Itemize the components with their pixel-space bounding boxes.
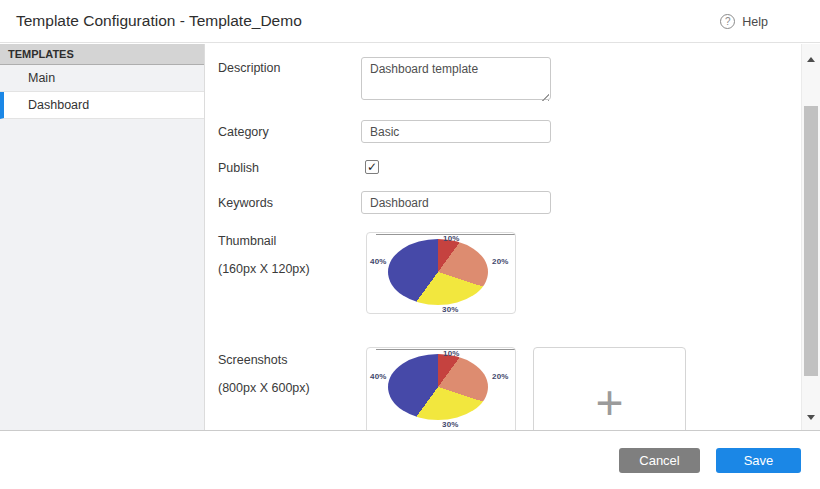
category-input[interactable] xyxy=(361,120,551,143)
thumbnail-image[interactable]: 10% 20% 30% 40% xyxy=(366,232,516,314)
pie-chart-preview: 10% 20% 30% 40% xyxy=(367,348,515,428)
page-title: Template Configuration - Template_Demo xyxy=(0,12,302,30)
plus-icon: + xyxy=(595,379,623,427)
screenshots-size-hint: (800px X 600px) xyxy=(218,381,358,395)
pie-label-10: 10% xyxy=(443,234,460,243)
scroll-down-arrow-icon[interactable] xyxy=(807,415,815,420)
dialog-header: Template Configuration - Template_Demo ?… xyxy=(0,0,820,43)
publish-label: Publish xyxy=(218,160,358,175)
pie-chart xyxy=(388,354,488,420)
screenshot-image[interactable]: 10% 20% 30% 40% xyxy=(366,347,516,430)
dialog-footer: Cancel Save xyxy=(0,430,820,489)
description-textarea[interactable]: Dashboard template xyxy=(361,57,551,100)
description-label: Description xyxy=(218,57,358,75)
pie-label-40: 40% xyxy=(370,257,387,266)
pie-label-20: 20% xyxy=(492,372,509,381)
pie-chart xyxy=(388,239,488,305)
save-button[interactable]: Save xyxy=(716,448,801,473)
publish-checkbox[interactable]: ✓ xyxy=(365,160,379,174)
cancel-button[interactable]: Cancel xyxy=(619,448,700,473)
add-screenshot-button[interactable]: + xyxy=(533,347,686,430)
keywords-label: Keywords xyxy=(218,191,358,210)
thumbnail-label-text: Thumbnail xyxy=(218,234,276,248)
help-label: Help xyxy=(742,15,768,29)
scrollbar-thumb[interactable] xyxy=(804,106,818,376)
thumbnail-size-hint: (160px X 120px) xyxy=(218,262,358,276)
screenshots-label-text: Screenshots xyxy=(218,353,287,367)
screenshots-label: Screenshots (800px X 600px) xyxy=(218,347,358,395)
thumbnail-label: Thumbnail (160px X 120px) xyxy=(218,232,358,276)
pie-chart-preview: 10% 20% 30% 40% xyxy=(367,233,515,313)
sidebar-item-main[interactable]: Main xyxy=(0,65,204,92)
help-button[interactable]: ? Help xyxy=(720,0,768,43)
template-configuration-dialog: Template Configuration - Template_Demo ?… xyxy=(0,0,820,489)
template-form: Description Dashboard template Category … xyxy=(205,44,801,430)
help-icon: ? xyxy=(720,14,735,29)
pie-label-10: 10% xyxy=(443,349,460,358)
scroll-up-arrow-icon[interactable] xyxy=(807,57,815,62)
dialog-body: TEMPLATES Main Dashboard Description Das… xyxy=(0,44,820,430)
templates-sidebar: TEMPLATES Main Dashboard xyxy=(0,44,205,430)
sidebar-header: TEMPLATES xyxy=(0,44,204,65)
vertical-scrollbar[interactable] xyxy=(801,44,820,430)
pie-label-20: 20% xyxy=(492,257,509,266)
keywords-input[interactable] xyxy=(361,191,551,214)
pie-label-40: 40% xyxy=(370,372,387,381)
pie-label-30: 30% xyxy=(442,305,459,314)
pie-label-30: 30% xyxy=(442,420,459,429)
sidebar-item-dashboard[interactable]: Dashboard xyxy=(0,92,204,119)
category-label: Category xyxy=(218,120,358,139)
